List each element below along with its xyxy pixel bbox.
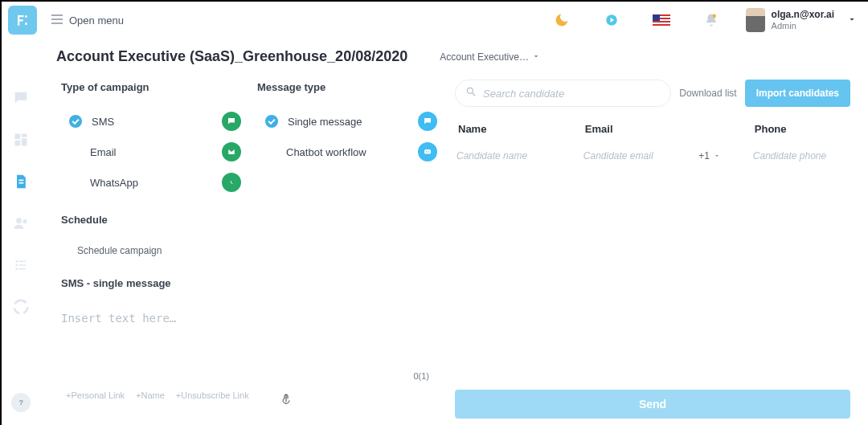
- message-type-title: Message type: [257, 81, 437, 93]
- message-type-label: Chatbot workflow: [286, 146, 366, 158]
- campaign-selector-label: Account Executive…: [440, 51, 529, 63]
- table-row: +1: [455, 140, 850, 172]
- svg-rect-18: [18, 261, 26, 262]
- col-name: Name: [455, 118, 574, 140]
- candidate-phone-input[interactable]: [751, 145, 850, 166]
- radio-selected-icon: [69, 115, 82, 128]
- campaign-type-section: Type of campaign SMS Email WhatsApp: [61, 81, 241, 198]
- candidates-panel: Download list Import candidates Name Ema…: [448, 75, 857, 425]
- candidate-name-input[interactable]: [455, 145, 574, 166]
- app-logo[interactable]: [8, 6, 37, 35]
- user-name: olga.n@xor.ai: [772, 10, 834, 20]
- download-list-link[interactable]: Download list: [679, 88, 736, 99]
- schedule-section: Schedule Schedule campaign: [61, 214, 238, 263]
- page-header: Account Executive (SaaS)_Greenhouse_20/0…: [42, 39, 857, 75]
- notifications-icon[interactable]: [699, 8, 723, 32]
- svg-point-26: [428, 151, 430, 153]
- svg-rect-14: [19, 182, 24, 184]
- svg-point-21: [15, 268, 18, 270]
- merge-tag-name[interactable]: +Name: [136, 390, 165, 400]
- campaign-type-whatsapp[interactable]: WhatsApp: [61, 167, 241, 198]
- message-type-chatbot[interactable]: Chatbot workflow: [257, 137, 437, 167]
- svg-point-17: [15, 260, 18, 263]
- svg-point-16: [23, 219, 27, 223]
- candidate-search-input[interactable]: [483, 88, 661, 100]
- svg-point-15: [16, 218, 22, 223]
- country-code-select[interactable]: +1: [698, 150, 743, 161]
- svg-point-0: [25, 15, 27, 18]
- svg-rect-13: [19, 180, 24, 182]
- import-candidates-button[interactable]: Import candidates: [745, 80, 850, 107]
- campaign-type-title: Type of campaign: [61, 81, 241, 93]
- candidate-email-input[interactable]: [582, 145, 691, 166]
- chevron-down-icon: [532, 51, 540, 63]
- svg-point-19: [15, 264, 18, 267]
- sidebar-item-dashboard[interactable]: [11, 130, 31, 149]
- sidebar-item-list[interactable]: [11, 255, 31, 275]
- svg-point-25: [426, 151, 428, 153]
- send-button[interactable]: Send: [455, 390, 850, 419]
- sidebar-item-campaigns[interactable]: [11, 172, 31, 191]
- campaign-type-label: Email: [90, 146, 117, 158]
- message-type-label: Single message: [288, 116, 362, 128]
- user-menu[interactable]: olga.n@xor.ai Admin: [746, 8, 857, 32]
- svg-point-1: [25, 22, 27, 25]
- candidates-table-header: Name Email Phone: [455, 118, 850, 140]
- campaign-type-sms[interactable]: SMS: [61, 106, 241, 137]
- message-type-single[interactable]: Single message: [257, 106, 437, 137]
- chevron-down-icon: [847, 13, 857, 27]
- radio-selected-icon: [265, 115, 278, 128]
- svg-rect-6: [653, 22, 670, 24]
- col-phone: Phone: [751, 118, 850, 140]
- topbar: Open menu olga.n@xor.ai Admin: [2, 2, 868, 39]
- message-input[interactable]: [61, 312, 437, 368]
- schedule-campaign-button[interactable]: Schedule campaign: [61, 239, 238, 263]
- message-type-section: Message type Single message Chatbot work…: [257, 81, 437, 198]
- campaign-type-label: WhatsApp: [90, 177, 138, 189]
- svg-text:?: ?: [19, 398, 24, 407]
- campaign-type-email[interactable]: Email: [61, 137, 241, 167]
- theme-toggle-icon[interactable]: [550, 8, 574, 32]
- whatsapp-icon: [222, 173, 241, 192]
- merge-tag-row: +Personal Link +Name +Unsubscribe Link: [61, 390, 437, 400]
- char-counter: 0(1): [61, 371, 437, 381]
- candidate-search[interactable]: [455, 80, 671, 107]
- composer-title: SMS - single message: [61, 277, 437, 289]
- chatbot-icon: [418, 142, 437, 161]
- col-email: Email: [582, 118, 691, 140]
- user-role: Admin: [772, 21, 834, 31]
- sidebar-item-candidates[interactable]: [11, 214, 31, 233]
- search-icon: [465, 86, 477, 100]
- help-icon[interactable]: ?: [11, 393, 31, 412]
- page-title: Account Executive (SaaS)_Greenhouse_20/0…: [56, 48, 407, 65]
- open-menu-button[interactable]: Open menu: [51, 14, 124, 27]
- avatar: [746, 8, 765, 32]
- user-meta: olga.n@xor.ai Admin: [772, 10, 834, 30]
- svg-rect-20: [18, 264, 26, 265]
- email-icon: [222, 142, 241, 161]
- merge-tag-unsubscribe[interactable]: +Unsubscribe Link: [176, 390, 249, 400]
- main: Account Executive (SaaS)_Greenhouse_20/0…: [42, 39, 857, 425]
- sms-icon: [222, 112, 241, 131]
- sidebar-item-lifecycle[interactable]: [11, 297, 31, 317]
- svg-rect-7: [653, 14, 660, 21]
- svg-rect-22: [18, 268, 26, 269]
- merge-tag-personal-link[interactable]: +Personal Link: [66, 390, 125, 400]
- locale-flag-icon[interactable]: [649, 8, 674, 32]
- schedule-title: Schedule: [61, 214, 238, 226]
- sidebar-item-chat[interactable]: [11, 88, 31, 108]
- campaign-builder: Type of campaign SMS Email WhatsApp: [42, 75, 448, 425]
- composer-section: SMS - single message 0(1) +Personal Link…: [61, 277, 437, 400]
- status-dot-icon[interactable]: [600, 8, 624, 32]
- sidebar: [1, 37, 42, 425]
- candidates-table: Name Email Phone +1: [455, 118, 850, 172]
- svg-rect-11: [22, 138, 27, 145]
- campaign-selector[interactable]: Account Executive…: [440, 51, 540, 63]
- svg-point-8: [712, 14, 716, 18]
- svg-rect-24: [424, 149, 431, 154]
- svg-line-28: [473, 93, 476, 96]
- svg-rect-12: [15, 141, 21, 146]
- chevron-down-icon: [714, 153, 720, 159]
- hamburger-icon: [51, 14, 63, 27]
- svg-rect-10: [22, 134, 27, 137]
